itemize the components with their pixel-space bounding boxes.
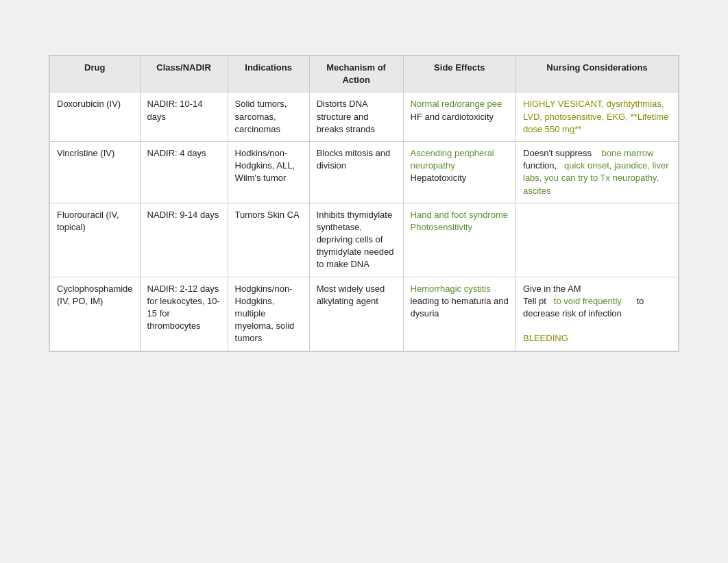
main-table-wrapper: Drug Class/NADIR Indications Mechanism o… (49, 55, 679, 352)
side-effect-plain: HF and cardiotoxicity (411, 112, 494, 122)
side-effect-green-2: Photosensitivity (411, 222, 472, 232)
side-effect-green-1: Hand and foot syndrome (411, 210, 508, 220)
header-class: Class/NADIR (140, 56, 228, 92)
nursing-plain-2: function, (523, 160, 564, 171)
drug-name: Cyclophosphamide (IV, PO, IM) (50, 277, 141, 351)
mechanism: Blocks mitosis and division (309, 141, 403, 203)
nursing-considerations: HIGHLY VESICANT, dysrhtythmias, LVD, pho… (516, 92, 679, 142)
nursing-plain-2: Tell pt (523, 296, 546, 306)
indications: Solid tumors, sarcomas, carcinomas (228, 92, 309, 142)
side-effects: Normal red/orange pee HF and cardiotoxic… (403, 92, 515, 142)
header-row: Drug Class/NADIR Indications Mechanism o… (50, 56, 679, 92)
side-effect-green: Normal red/orange pee (411, 99, 502, 109)
table-row: Fluorouracil (IV, topical) NADIR: 9-14 d… (50, 203, 679, 277)
header-nursing: Nursing Considerations (516, 56, 679, 92)
class-nadir: NADIR: 9-14 days (140, 203, 228, 277)
drug-name: Vincristine (IV) (50, 141, 141, 203)
indications: Hodkins/non-Hodgkins, ALL, Wilm's tumor (228, 141, 309, 203)
nursing-considerations (516, 203, 679, 277)
header-drug: Drug (50, 56, 141, 92)
side-effect-green-1: Ascending peripheral neuropathy (411, 148, 494, 171)
side-effects: Ascending peripheral neuropathy Hepatoto… (403, 141, 515, 203)
class-nadir: NADIR: 10-14 days (140, 92, 228, 142)
class-nadir: NADIR: 2-12 days for leukocytes, 10-15 f… (140, 277, 228, 351)
table-row: Vincristine (IV) NADIR: 4 days Hodkins/n… (50, 141, 679, 203)
header-side-effects: Side Effects (403, 56, 515, 92)
mechanism: Distorts DNA structure and breaks strand… (309, 92, 403, 142)
table-row: Cyclophosphamide (IV, PO, IM) NADIR: 2-1… (50, 277, 679, 351)
drug-name: Fluorouracil (IV, topical) (50, 203, 141, 277)
side-effect-plain: leading to hematuria and dysuria (411, 296, 509, 318)
indications: Hodgkins/non-Hodgkins, multiple myeloma,… (228, 277, 309, 351)
table-row: Doxorubicin (IV) NADIR: 10-14 days Solid… (50, 92, 679, 142)
nursing-green-1: bone marrow (601, 148, 653, 158)
nursing-green: to void frequently (554, 296, 622, 306)
indications: Tumors Skin CA (228, 203, 309, 277)
nursing-olive: BLEEDING (523, 333, 568, 343)
nursing-considerations: Doesn't suppress bone marrow function, q… (516, 141, 679, 203)
nursing-plain-1: Give in the AM (523, 284, 581, 294)
mechanism: Most widely used alkylating agent (309, 277, 403, 351)
mechanism: Inhibits thymidylate synthetase, deprivi… (309, 203, 403, 277)
side-effect-plain-1: Hepatotoxicity (411, 173, 467, 183)
nursing-olive: HIGHLY VESICANT, dysrhtythmias, LVD, pho… (523, 99, 668, 134)
side-effect-red: Hemorrhagic cystitis (411, 284, 491, 294)
header-indications: Indications (228, 56, 309, 92)
side-effects: Hand and foot syndrome Photosensitivity (403, 203, 515, 277)
header-mechanism: Mechanism of Action (309, 56, 403, 92)
drug-table: Drug Class/NADIR Indications Mechanism o… (49, 55, 679, 351)
nursing-considerations: Give in the AM Tell pt to void frequentl… (516, 277, 679, 351)
nursing-plain: Doesn't suppress (523, 148, 601, 158)
drug-name: Doxorubicin (IV) (50, 92, 141, 142)
class-nadir: NADIR: 4 days (140, 141, 228, 203)
side-effects: Hemorrhagic cystitis leading to hematuri… (403, 277, 515, 351)
